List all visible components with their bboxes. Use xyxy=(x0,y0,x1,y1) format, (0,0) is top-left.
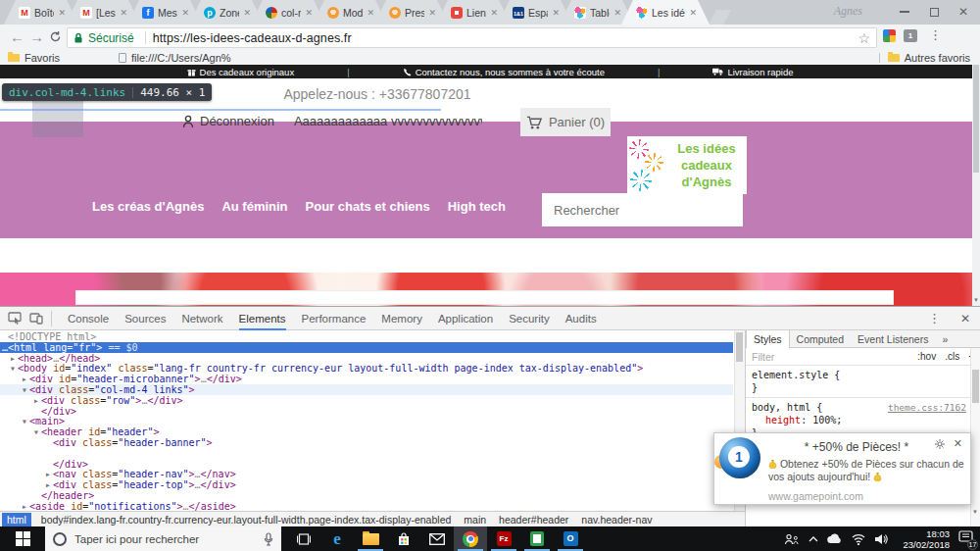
tree-scrollbar-thumb[interactable] xyxy=(736,332,743,362)
tab-close-icon[interactable]: ✕ xyxy=(552,8,560,18)
browser-tab[interactable]: Boîte d✕ xyxy=(4,0,78,25)
tree-row[interactable]: </div> xyxy=(0,459,733,470)
styles-tab[interactable]: Event Listeners xyxy=(851,330,935,348)
browser-tab[interactable]: Modifie✕ xyxy=(313,0,387,25)
cart-button[interactable]: Panier (0) xyxy=(520,108,611,136)
browser-tab[interactable]: Prestas✕ xyxy=(374,0,449,25)
close-button[interactable]: ✕ xyxy=(949,0,978,24)
chrome-menu-icon[interactable]: ⋮ xyxy=(929,27,942,42)
tab-close-icon[interactable]: ✕ xyxy=(689,8,697,18)
devtools-tab-security[interactable]: Security xyxy=(509,307,550,330)
taskbar-mail[interactable] xyxy=(420,526,454,551)
tree-row[interactable]: ▼<body id="index" class="lang-fr country… xyxy=(0,363,733,374)
expand-icon[interactable]: ▶ xyxy=(20,376,29,383)
maximize-button[interactable] xyxy=(919,0,949,24)
tree-row[interactable]: ▼<header id="header"> xyxy=(0,426,733,437)
expand-icon[interactable]: ▶ xyxy=(31,397,41,405)
browser-tab[interactable]: Espace✕ xyxy=(498,0,572,25)
extension-grid-icon[interactable] xyxy=(883,29,896,42)
tree-row[interactable]: ▼<div class="col-md-4 links"> xyxy=(0,384,733,395)
devtools-tab-sources[interactable]: Sources xyxy=(124,307,166,330)
browser-tab[interactable]: Zone M✕ xyxy=(189,0,264,25)
tree-row[interactable]: …<html lang="fr"> == $0 xyxy=(0,342,733,353)
browser-tab[interactable]: Liens E✕ xyxy=(436,0,511,25)
microbanner-item[interactable]: Des cadeaux originaux xyxy=(187,67,295,77)
inline-style-rule[interactable]: element.style { } xyxy=(746,366,980,398)
expand-icon[interactable]: ▶ xyxy=(20,503,29,511)
expand-icon[interactable]: ▶ xyxy=(43,471,53,478)
nav-link[interactable]: High tech xyxy=(448,199,506,214)
tree-row[interactable]: ▶<div id="header-microbanner">…</div> xyxy=(0,374,733,384)
taskbar-editor[interactable] xyxy=(520,526,554,551)
task-view-button[interactable] xyxy=(287,526,320,551)
expand-icon[interactable]: ▶ xyxy=(8,355,18,363)
inspect-element-icon[interactable] xyxy=(8,312,22,325)
scroll-down-icon[interactable]: ▼ xyxy=(972,509,978,515)
tab-close-icon[interactable]: ✕ xyxy=(490,8,498,18)
browser-tab[interactable]: col-md✕ xyxy=(251,0,325,25)
breadcrumb-item[interactable]: body#index.lang-fr.country-fr.currency-e… xyxy=(41,514,451,526)
collapse-icon[interactable]: ▼ xyxy=(31,428,41,436)
devtools-tab-audits[interactable]: Audits xyxy=(565,307,597,330)
breadcrumb-item[interactable]: header#header xyxy=(499,514,568,526)
tree-row[interactable]: </header> xyxy=(0,490,733,501)
collapse-icon[interactable]: ▼ xyxy=(20,386,29,394)
devtools-menu-icon[interactable]: ⋮ xyxy=(918,311,951,326)
browser-tab[interactable]: Les idé✕ xyxy=(621,0,710,25)
tree-row[interactable]: ▶<div class="header-top">…</div> xyxy=(0,479,733,490)
hov-toggle[interactable]: :hov xyxy=(917,351,936,362)
browser-tab[interactable]: [Les idé✕ xyxy=(66,0,140,25)
nav-link[interactable]: Les créas d'Agnès xyxy=(92,199,204,214)
gear-icon[interactable] xyxy=(935,439,945,449)
taskbar-outlook[interactable]: O xyxy=(554,526,587,551)
forward-button[interactable]: → xyxy=(29,28,44,45)
styles-tab[interactable]: Styles xyxy=(746,330,790,348)
tree-row[interactable]: ▶<div class="row">…</div> xyxy=(0,395,733,406)
people-icon[interactable] xyxy=(784,533,800,545)
tab-close-icon[interactable]: ✕ xyxy=(367,8,374,18)
css-source-link[interactable]: theme.css:7162 xyxy=(888,401,966,414)
scrollbar-thumb[interactable] xyxy=(973,65,979,173)
logout-link[interactable]: Déconnexion xyxy=(200,114,274,128)
devtools-tab-performance[interactable]: Performance xyxy=(302,307,367,330)
chevron-up-icon[interactable] xyxy=(808,536,818,542)
devtools-tab-application[interactable]: Application xyxy=(438,307,493,330)
tree-row[interactable]: </div> xyxy=(0,406,733,417)
bookmark-favoris[interactable]: Favoris xyxy=(24,52,60,64)
tree-row[interactable] xyxy=(0,448,733,459)
expand-icon[interactable]: ▶ xyxy=(43,481,53,489)
collapse-icon[interactable]: ▼ xyxy=(20,418,29,426)
tree-row[interactable]: ▼<main> xyxy=(0,416,733,426)
devtools-tab-memory[interactable]: Memory xyxy=(381,307,422,330)
back-button[interactable]: ← xyxy=(10,28,24,45)
filter-input[interactable]: Filter xyxy=(752,351,908,363)
devtools-tab-elements[interactable]: Elements xyxy=(239,307,286,330)
volume-icon[interactable] xyxy=(874,533,888,545)
styles-scrollbar-thumb[interactable] xyxy=(972,370,979,403)
device-toolbar-icon[interactable] xyxy=(29,313,43,325)
taskbar-search[interactable]: Taper ici pour rechercher xyxy=(45,526,281,551)
breadcrumb-item[interactable]: nav.header-nav xyxy=(581,514,652,526)
devtools-tab-console[interactable]: Console xyxy=(68,307,109,330)
browser-tab[interactable]: Tableau✕ xyxy=(560,0,634,25)
url-text[interactable]: https://les-idees-cadeaux-d-agnes.fr xyxy=(153,31,352,45)
styles-tab[interactable]: » xyxy=(935,330,955,348)
new-tab-button[interactable] xyxy=(709,10,731,25)
nav-link[interactable]: Pour chats et chiens xyxy=(306,199,430,214)
minimize-button[interactable] xyxy=(890,0,919,24)
browser-tab[interactable]: Messen✕ xyxy=(127,0,202,25)
collapse-icon[interactable]: ▼ xyxy=(8,365,18,373)
tree-row[interactable]: ▶<nav class="header-nav">…</nav> xyxy=(0,469,733,479)
taskbar-edge[interactable]: e xyxy=(320,526,354,551)
search-input[interactable] xyxy=(542,203,738,218)
devtools-tab-network[interactable]: Network xyxy=(181,307,222,330)
microphone-icon[interactable] xyxy=(264,532,273,546)
onedrive-cloud-icon[interactable] xyxy=(827,533,843,544)
start-button[interactable] xyxy=(0,526,45,551)
site-logo[interactable]: Les idées cadeaux d'Agnès xyxy=(627,136,747,194)
popup-close-icon[interactable]: ✕ xyxy=(954,437,962,450)
taskbar-explorer[interactable] xyxy=(354,526,387,551)
tab-close-icon[interactable]: ✕ xyxy=(120,8,127,18)
tab-close-icon[interactable]: ✕ xyxy=(58,8,66,18)
microbanner-item[interactable]: Livraison rapide xyxy=(712,67,793,77)
